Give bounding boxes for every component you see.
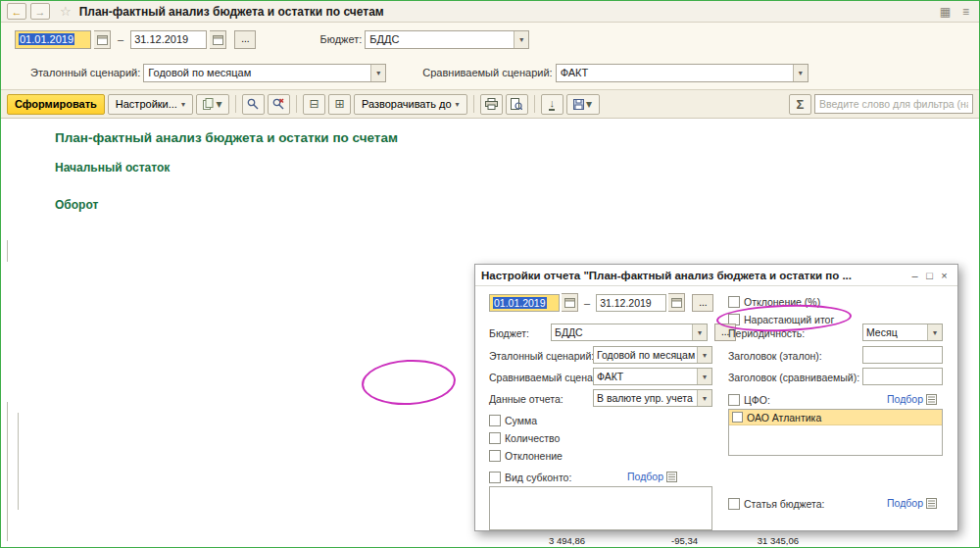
chevron-down-icon: ▾ bbox=[216, 97, 221, 111]
calendar-icon[interactable] bbox=[562, 293, 578, 312]
subkonto-pick-link[interactable]: Подбор bbox=[627, 471, 663, 482]
collapse-groups-icon[interactable]: ⊟ bbox=[303, 94, 325, 115]
generate-button[interactable]: Сформировать bbox=[7, 94, 105, 115]
settings-button[interactable]: Настройки... ▾ bbox=[108, 94, 193, 115]
cumulative-total-label: Нарастающий итог bbox=[744, 314, 834, 325]
period-row: 01.01.2019 – 31.12.2019 ... Бюджет: БДДС… bbox=[15, 29, 979, 49]
budget-item-checkbox-row[interactable]: Статья бюджета: bbox=[728, 497, 825, 511]
period-from-input[interactable]: 01.01.2019 bbox=[15, 30, 91, 49]
search-cancel-icon[interactable] bbox=[268, 94, 290, 115]
printer-glyph bbox=[485, 98, 498, 110]
magnifier-cancel-glyph bbox=[272, 98, 284, 110]
deviation-pct-checkbox[interactable] bbox=[728, 296, 740, 308]
periodicity-value: Месяц bbox=[866, 326, 927, 338]
toolbar-separator bbox=[534, 95, 535, 113]
dialog-etalon-label: Эталонный сценарий: bbox=[489, 350, 594, 362]
close-icon[interactable]: × bbox=[937, 270, 952, 281]
report-data-select[interactable]: В валюте упр. учета ▾ bbox=[593, 389, 712, 407]
budget-item-pick-link[interactable]: Подбор bbox=[887, 497, 923, 509]
search-icon[interactable] bbox=[242, 94, 265, 115]
main-menu-icon[interactable]: ≡ bbox=[958, 5, 973, 19]
download-icon[interactable]: ↓ bbox=[541, 94, 564, 115]
budget-item-checkbox[interactable] bbox=[728, 498, 740, 510]
dialog-titlebar[interactable]: Настройки отчета "План-фактный анализ бю… bbox=[475, 265, 957, 286]
subkonto-checkbox[interactable] bbox=[489, 472, 501, 483]
quantity-checkbox-row[interactable]: Количество bbox=[489, 431, 560, 445]
period-more-button[interactable]: ... bbox=[234, 30, 256, 49]
save-as-icon[interactable]: ▾ bbox=[566, 94, 600, 115]
expand-to-label: Разворачивать до bbox=[362, 98, 452, 110]
periodicity-label: Периодичность: bbox=[728, 327, 805, 339]
report-data-label: Данные отчета: bbox=[489, 393, 564, 405]
filter-panel: 01.01.2019 – 31.12.2019 ... Бюджет: БДДС… bbox=[1, 23, 979, 89]
deviation-pct-checkbox-row[interactable]: Отклонение (%) bbox=[728, 295, 820, 309]
expand-groups-icon[interactable]: ⊞ bbox=[328, 94, 351, 115]
subkonto-label: Вид субконто: bbox=[505, 472, 571, 483]
header-compare-input[interactable] bbox=[862, 368, 943, 385]
sum-checkbox[interactable] bbox=[489, 415, 501, 426]
calendar-icon[interactable] bbox=[668, 293, 685, 312]
dialog-period-to-input[interactable]: 31.12.2019 bbox=[596, 294, 666, 312]
print-icon[interactable] bbox=[480, 94, 503, 115]
calendar-icon[interactable] bbox=[210, 30, 226, 49]
favorite-star-icon[interactable]: ☆ bbox=[60, 4, 72, 19]
pick-list-icon bbox=[926, 498, 937, 509]
minimize-button[interactable]: – bbox=[907, 270, 922, 281]
cfo-checkbox[interactable] bbox=[728, 394, 740, 406]
budget-label: Бюджет: bbox=[319, 33, 362, 45]
app-window: ← → ☆ План-фактный анализ бюджета и оста… bbox=[0, 0, 980, 548]
calendar-icon[interactable] bbox=[94, 30, 111, 49]
period-to-input[interactable]: 31.12.2019 bbox=[130, 30, 207, 49]
sum-checkbox-row[interactable]: Сумма bbox=[489, 414, 537, 427]
copy-icon bbox=[203, 98, 214, 110]
header-compare-label: Заголовок (сравниваемый): bbox=[728, 372, 859, 383]
report-variants-button[interactable]: ▾ bbox=[196, 94, 229, 115]
dialog-period-dash: – bbox=[584, 297, 590, 309]
compare-scenario-select[interactable]: ФАКТ ▾ bbox=[556, 64, 808, 82]
header-etalon-input[interactable] bbox=[862, 346, 943, 364]
subkonto-listbox[interactable] bbox=[489, 486, 712, 530]
quick-filter-input[interactable] bbox=[814, 94, 973, 114]
etalon-scenario-label: Эталонный сценарий: bbox=[30, 67, 140, 78]
dialog-compare-select[interactable]: ФАКТ ▾ bbox=[593, 368, 712, 385]
calendar-glyph bbox=[671, 297, 682, 308]
cfo-item-checkbox[interactable] bbox=[732, 412, 743, 423]
chevron-down-icon: ▾ bbox=[456, 100, 460, 109]
cfo-label: ЦФО: bbox=[744, 394, 770, 406]
dialog-budget-select[interactable]: БДДС ▾ bbox=[551, 324, 708, 341]
forward-button[interactable]: → bbox=[30, 3, 50, 20]
cumulative-total-checkbox-row[interactable]: Нарастающий итог bbox=[728, 313, 834, 326]
cfo-pick-link[interactable]: Подбор bbox=[887, 393, 923, 405]
dialog-period-from-input[interactable]: 01.01.2019 bbox=[489, 294, 560, 312]
tree-rail bbox=[7, 240, 8, 262]
period-from-value: 01.01.2019 bbox=[19, 33, 74, 45]
deviation-checkbox[interactable] bbox=[489, 450, 501, 462]
quantity-checkbox[interactable] bbox=[489, 432, 501, 444]
scenario-row: Эталонный сценарий: Годовой по месяцам ▾… bbox=[15, 63, 979, 82]
cfo-checkbox-row[interactable]: ЦФО: bbox=[728, 393, 770, 407]
dialog-etalon-select[interactable]: Годовой по месяцам ▾ bbox=[593, 346, 712, 364]
chevron-down-icon: ▾ bbox=[697, 390, 711, 406]
calendar-glyph bbox=[213, 34, 223, 45]
maximize-button[interactable]: □ bbox=[922, 270, 937, 281]
dialog-period-more-button[interactable]: ... bbox=[692, 294, 713, 312]
chevron-down-icon: ▾ bbox=[370, 65, 385, 81]
sum-selected-icon[interactable]: Σ bbox=[789, 94, 811, 115]
budget-item-label: Статья бюджета: bbox=[744, 498, 825, 510]
cfo-list-item[interactable]: ОАО Атлантика bbox=[729, 410, 942, 425]
periodicity-select[interactable]: Месяц ▾ bbox=[862, 324, 943, 341]
etalon-scenario-select[interactable]: Годовой по месяцам ▾ bbox=[143, 64, 386, 82]
cfo-listbox[interactable]: ОАО Атлантика bbox=[728, 409, 943, 456]
print-preview-icon[interactable] bbox=[506, 94, 528, 115]
back-button[interactable]: ← bbox=[7, 3, 26, 20]
chevron-down-icon: ▾ bbox=[793, 65, 808, 81]
period-to-value: 31.12.2019 bbox=[134, 33, 188, 45]
budget-select[interactable]: БДДС ▾ bbox=[365, 30, 529, 49]
expand-to-button[interactable]: Разворачивать до ▾ bbox=[354, 94, 467, 115]
chevron-down-icon: ▾ bbox=[514, 31, 528, 48]
deviation-checkbox-row[interactable]: Отклонение bbox=[489, 449, 563, 463]
dialog-compare-value: ФАКТ bbox=[597, 371, 697, 382]
etalon-scenario-value: Годовой по месяцам bbox=[148, 67, 370, 78]
windows-grid-icon[interactable]: ▦ bbox=[936, 5, 955, 19]
subkonto-checkbox-row[interactable]: Вид субконто: bbox=[489, 471, 571, 484]
